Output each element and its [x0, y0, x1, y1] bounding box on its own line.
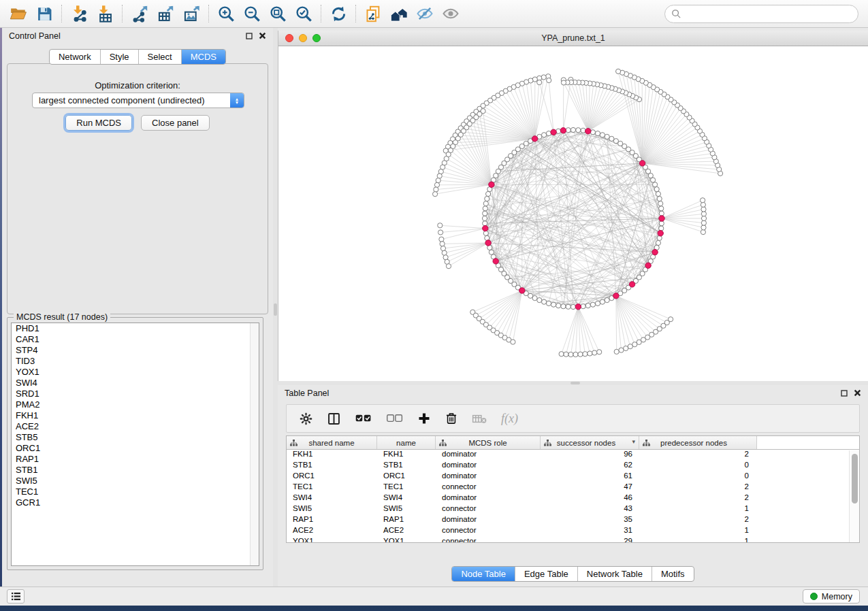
table-cell[interactable]: 46	[541, 493, 639, 504]
network-node[interactable]	[656, 240, 660, 245]
network-node[interactable]	[701, 202, 705, 207]
table-cell[interactable]: 29	[541, 537, 639, 543]
table-cell[interactable]: YOX1	[377, 537, 436, 543]
table-row[interactable]: ACE2ACE2connector311	[287, 526, 859, 537]
save-session-button[interactable]	[31, 2, 57, 25]
network-node[interactable]	[566, 128, 570, 133]
network-node[interactable]	[559, 352, 564, 357]
network-node[interactable]	[659, 211, 664, 216]
mcds-result-item[interactable]: RAP1	[12, 454, 259, 465]
mcds-result-item[interactable]: TEC1	[12, 486, 259, 497]
network-node[interactable]	[437, 174, 442, 178]
network-node[interactable]	[657, 197, 662, 201]
table-cell[interactable]: 43	[541, 504, 639, 515]
table-scrollbar[interactable]	[849, 450, 859, 542]
table-row[interactable]: YOX1YOX1connector291	[287, 537, 859, 543]
network-node[interactable]	[653, 182, 658, 187]
network-node[interactable]	[439, 237, 444, 242]
mcds-node[interactable]	[493, 259, 498, 264]
network-node[interactable]	[440, 246, 445, 251]
table-cell[interactable]: RAP1	[377, 515, 436, 526]
network-node[interactable]	[701, 230, 705, 235]
table-cell[interactable]: ACE2	[287, 526, 377, 537]
run-mcds-button[interactable]: Run MCDS	[65, 115, 132, 131]
mcds-node[interactable]	[639, 161, 645, 166]
home-view-button[interactable]	[386, 2, 412, 25]
table-cell[interactable]: connector	[436, 482, 541, 493]
table-cell[interactable]: ORC1	[377, 472, 436, 482]
network-node[interactable]	[585, 303, 590, 308]
tab-motifs[interactable]: Motifs	[652, 567, 694, 581]
network-node[interactable]	[542, 133, 547, 137]
network-node[interactable]	[578, 352, 583, 357]
mcds-result-item[interactable]: ORC1	[12, 443, 259, 454]
mcds-node[interactable]	[483, 225, 488, 231]
table-cell[interactable]: ACE2	[377, 526, 436, 537]
zoom-fit-button[interactable]	[265, 2, 291, 25]
mcds-result-item[interactable]: TID3	[12, 356, 259, 367]
table-cell[interactable]: 1	[639, 504, 757, 515]
network-node[interactable]	[576, 128, 581, 133]
network-node[interactable]	[701, 225, 706, 230]
mcds-result-item[interactable]: GCR1	[12, 497, 259, 508]
network-node[interactable]	[546, 301, 551, 306]
show-annotations-button[interactable]	[438, 2, 464, 25]
network-node[interactable]	[566, 304, 570, 309]
network-node[interactable]	[592, 350, 597, 355]
table-cell[interactable]: SWI5	[287, 504, 377, 515]
network-node[interactable]	[616, 69, 621, 73]
table-cell[interactable]: dominator	[436, 472, 541, 482]
search-input[interactable]	[681, 7, 858, 21]
network-node[interactable]	[561, 304, 566, 309]
network-node[interactable]	[438, 230, 443, 235]
close-table-panel-icon[interactable]	[854, 389, 861, 397]
network-node[interactable]	[614, 349, 619, 354]
column-header-name[interactable]: name	[377, 436, 436, 449]
export-table-button[interactable]	[152, 2, 178, 25]
table-row[interactable]: TEC1TEC1connector472	[287, 482, 859, 493]
mcds-result-item[interactable]: SRD1	[12, 389, 259, 399]
close-panel-icon[interactable]	[259, 32, 266, 39]
network-node[interactable]	[433, 192, 438, 197]
import-table-button[interactable]	[92, 2, 118, 25]
mcds-result-item[interactable]: PHD1	[12, 323, 259, 334]
mcds-result-item[interactable]: CAR1	[12, 334, 259, 345]
network-node[interactable]	[511, 340, 515, 344]
mcds-result-item[interactable]: STB1	[12, 465, 259, 476]
mcds-result-item[interactable]: SWI5	[12, 476, 259, 486]
table-cell[interactable]: STB1	[287, 461, 377, 472]
network-node[interactable]	[483, 221, 487, 226]
table-cell[interactable]: 1	[639, 526, 757, 537]
network-node[interactable]	[701, 220, 706, 225]
table-cell[interactable]: 62	[541, 461, 639, 472]
network-node[interactable]	[605, 298, 609, 303]
network-node[interactable]	[609, 136, 614, 141]
table-cell[interactable]: YOX1	[287, 537, 377, 543]
table-cell[interactable]: TEC1	[287, 482, 377, 493]
horizontal-splitter-handle[interactable]	[570, 382, 580, 384]
mcds-node[interactable]	[560, 128, 566, 133]
table-cell[interactable]: FKH1	[287, 450, 377, 461]
table-cell[interactable]: RAP1	[287, 515, 377, 526]
network-node[interactable]	[658, 201, 663, 206]
network-node[interactable]	[440, 242, 445, 246]
network-node[interactable]	[581, 128, 585, 133]
mcds-node[interactable]	[659, 216, 664, 221]
table-row[interactable]: SWI5SWI5connector431	[287, 504, 859, 515]
tab-network[interactable]: Network	[50, 50, 100, 64]
table-cell[interactable]: ORC1	[287, 472, 377, 482]
tab-style[interactable]: Style	[100, 50, 138, 64]
mcds-node[interactable]	[645, 263, 651, 268]
hide-annotations-button[interactable]	[412, 2, 438, 25]
network-node[interactable]	[434, 187, 438, 192]
network-node[interactable]	[547, 78, 551, 83]
copy-network-button[interactable]	[360, 2, 386, 25]
table-scrollbar-thumb[interactable]	[852, 454, 858, 503]
table-cell[interactable]: STB1	[377, 461, 436, 472]
vertical-splitter-handle[interactable]	[274, 303, 277, 316]
network-node[interactable]	[486, 191, 491, 196]
network-node[interactable]	[436, 178, 440, 183]
network-node[interactable]	[485, 197, 489, 201]
table-cell[interactable]: FKH1	[377, 450, 436, 461]
close-panel-button[interactable]: Close panel	[141, 115, 210, 131]
